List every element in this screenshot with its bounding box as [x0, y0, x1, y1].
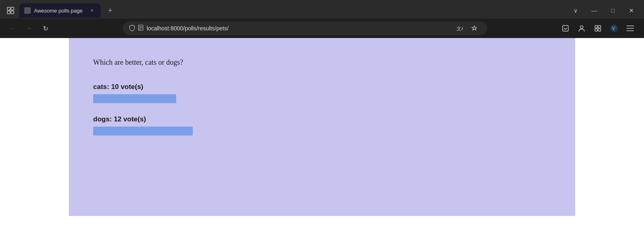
address-bar: ← → ↻ localhost:8000/polls/results/pets/	[0, 19, 644, 38]
new-tab-button[interactable]: +	[104, 4, 117, 17]
minimize-button[interactable]: —	[585, 2, 603, 19]
poll-option-dogs: dogs: 12 vote(s)	[93, 115, 551, 136]
tab-manager-icon[interactable]	[3, 3, 18, 18]
url-display: localhost:8000/polls/results/pets/	[147, 25, 228, 32]
hamburger-menu-button[interactable]	[623, 21, 638, 36]
svg-rect-11	[595, 25, 597, 28]
cats-label: cats: 10 vote(s)	[93, 83, 551, 91]
close-button[interactable]: ✕	[622, 2, 641, 19]
page-content: Which are better, cats or dogs? cats: 10…	[0, 38, 644, 216]
browser-tab-active[interactable]: Awesome polls page ×	[19, 3, 100, 18]
extensions-icon[interactable]	[591, 21, 605, 36]
maximize-button[interactable]: □	[603, 2, 622, 19]
tab-close-button[interactable]: ×	[88, 7, 96, 14]
back-button[interactable]: ←	[6, 22, 19, 35]
svg-point-10	[580, 26, 583, 29]
tab-title: Awesome polls page	[34, 8, 85, 14]
poll-container: Which are better, cats or dogs? cats: 10…	[69, 38, 575, 216]
forward-button[interactable]: →	[23, 22, 36, 35]
svg-rect-14	[598, 29, 601, 31]
svg-rect-2	[7, 11, 10, 14]
favorite-icon[interactable]	[468, 22, 481, 35]
tab-favicon	[24, 7, 31, 14]
vpn-icon[interactable]: V	[607, 21, 621, 36]
svg-rect-0	[7, 7, 10, 10]
page-icon	[138, 25, 143, 32]
address-actions: 文A	[453, 22, 481, 35]
poll-option-cats: cats: 10 vote(s)	[93, 83, 551, 103]
svg-rect-13	[595, 29, 597, 31]
browser-chrome: Awesome polls page × + ∨ — □ ✕ ← → ↻	[0, 0, 644, 38]
browser-toolbar-right: V	[558, 21, 638, 36]
svg-rect-1	[11, 7, 14, 10]
refresh-button[interactable]: ↻	[39, 22, 52, 35]
tab-bar: Awesome polls page × + ∨ — □ ✕	[0, 0, 644, 19]
dogs-label: dogs: 12 vote(s)	[93, 115, 551, 123]
poll-question: Which are better, cats or dogs?	[93, 58, 551, 67]
svg-rect-9	[563, 25, 568, 31]
address-field[interactable]: localhost:8000/polls/results/pets/ 文A	[123, 21, 487, 35]
translate-icon[interactable]: 文A	[453, 22, 466, 35]
profile-icon[interactable]	[574, 21, 589, 36]
svg-text:V: V	[612, 26, 615, 31]
pocket-icon[interactable]	[558, 21, 573, 36]
dropdown-chevron-button[interactable]: ∨	[566, 2, 585, 19]
window-controls: ∨ — □ ✕	[566, 2, 641, 19]
dogs-bar	[93, 127, 193, 136]
shield-icon	[129, 25, 135, 32]
svg-rect-3	[11, 11, 14, 14]
svg-text:文A: 文A	[456, 26, 463, 31]
cats-bar	[93, 94, 176, 103]
svg-rect-12	[598, 25, 601, 28]
